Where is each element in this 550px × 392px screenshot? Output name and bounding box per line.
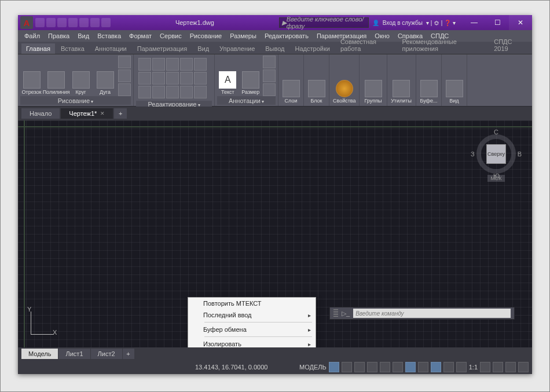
status-sc-icon[interactable] (456, 362, 467, 372)
ctx-item[interactable]: Повторить МТЕКСТ (188, 298, 316, 309)
tab-start[interactable]: Начало (21, 108, 60, 119)
status-iso-icon[interactable] (505, 362, 516, 372)
tab-model[interactable]: Модель (21, 349, 58, 359)
modify-icon[interactable] (138, 86, 151, 98)
menu-file[interactable]: Файл (20, 31, 44, 41)
command-line[interactable]: ▷_ (329, 307, 515, 320)
status-transp-icon[interactable] (431, 362, 441, 372)
draw-misc-icon[interactable] (118, 56, 131, 68)
qat-save-icon[interactable] (57, 18, 67, 27)
modify-icon[interactable] (194, 58, 207, 71)
menu-edit[interactable]: Правка (44, 31, 74, 41)
qat-plot-icon[interactable] (79, 18, 89, 27)
status-dyn-icon[interactable] (405, 362, 416, 372)
status-osnap-icon[interactable] (380, 362, 390, 372)
status-lwt-icon[interactable] (418, 362, 428, 372)
qat-undo-icon[interactable] (90, 18, 100, 27)
status-space[interactable]: МОДЕЛЬ (299, 364, 327, 371)
tool-properties[interactable]: Свойства (332, 56, 357, 105)
panel-annot-title[interactable]: Аннотации (229, 97, 264, 104)
status-scale[interactable]: 1:1 (469, 364, 478, 371)
drawing-canvas[interactable]: Y X С Ю В З Сверху МСК Повторить МТЕКСТП… (18, 120, 532, 347)
tab-drawing1[interactable]: Чертеж1*✕ (61, 108, 113, 119)
status-ortho-icon[interactable] (354, 362, 365, 372)
command-input[interactable] (353, 309, 511, 318)
annot-misc-icon[interactable] (263, 83, 276, 96)
tool-utilities[interactable]: Утилиты (390, 56, 413, 105)
draw-misc-icon[interactable] (118, 69, 131, 82)
menu-service[interactable]: Сервис (156, 31, 186, 41)
menu-view[interactable]: Вид (74, 31, 93, 41)
modify-icon[interactable] (180, 72, 193, 85)
add-layout-button[interactable]: + (123, 349, 134, 359)
ribtab-collab[interactable]: Совместная работа (336, 36, 397, 54)
help-search-input[interactable]: ▶ Введите ключевое слово/фразу (279, 17, 369, 28)
tool-circle[interactable]: Круг (69, 56, 92, 96)
annot-misc-icon[interactable] (263, 56, 276, 68)
panel-draw-title[interactable]: Рисование (58, 97, 94, 104)
modify-icon[interactable] (166, 86, 179, 98)
new-tab-button[interactable]: + (114, 108, 127, 119)
status-max-icon[interactable] (493, 362, 503, 372)
menu-modify[interactable]: Редактировать (261, 31, 313, 41)
ctx-item[interactable]: Последний ввод (188, 309, 316, 321)
tab-layout2[interactable]: Лист2 (91, 349, 122, 359)
minimize-button[interactable]: — (463, 15, 486, 30)
app-icon[interactable]: A (20, 16, 33, 29)
modify-icon[interactable] (166, 72, 179, 85)
tool-dimension[interactable]: Размер (240, 56, 262, 96)
modify-icon[interactable] (180, 58, 193, 71)
modify-icon[interactable] (194, 72, 207, 85)
status-gear-icon[interactable] (480, 362, 490, 372)
ribtab-addins[interactable]: Надстройки (291, 43, 335, 54)
close-tab-icon[interactable]: ✕ (100, 111, 105, 116)
modify-icon[interactable] (138, 72, 151, 85)
ctx-item[interactable]: Изолировать (188, 338, 316, 347)
viewcube[interactable]: С Ю В З Сверху МСК (473, 127, 519, 191)
tool-arc[interactable]: Дуга (94, 56, 116, 96)
cmdline-grip-icon[interactable] (333, 309, 338, 317)
status-qp-icon[interactable] (443, 362, 454, 372)
menu-draw[interactable]: Рисование (186, 31, 226, 41)
ribtab-output[interactable]: Вывод (261, 43, 289, 54)
qat-saveas-icon[interactable] (68, 18, 78, 27)
signin-link[interactable]: Вход в службы (383, 20, 423, 26)
ribtab-manage[interactable]: Управление (215, 43, 259, 54)
menu-dims[interactable]: Размеры (226, 31, 261, 41)
modify-icon[interactable] (152, 58, 165, 71)
tool-view[interactable]: Вид (444, 56, 464, 105)
user-icon[interactable]: 👤 (372, 20, 379, 26)
tool-text[interactable]: AТекст (217, 56, 239, 96)
modify-icon[interactable] (152, 86, 165, 98)
qat-redo-icon[interactable] (101, 18, 111, 27)
close-button[interactable]: ✕ (509, 15, 532, 30)
ribtab-view[interactable]: Вид (193, 43, 214, 54)
viewcube-top-face[interactable]: Сверху (486, 144, 506, 164)
ribtab-featured[interactable]: Рекомендованные приложения (398, 36, 489, 54)
modify-icon[interactable] (166, 58, 179, 71)
qat-open-icon[interactable] (46, 18, 56, 27)
status-polar-icon[interactable] (367, 362, 377, 372)
status-snap-icon[interactable] (342, 362, 352, 372)
maximize-button[interactable]: ☐ (486, 15, 509, 30)
ctx-item[interactable]: Буфер обмена (188, 324, 316, 335)
qat-new-icon[interactable] (35, 18, 45, 27)
ribtab-home[interactable]: Главная (21, 43, 55, 54)
tool-line[interactable]: Отрезок (20, 56, 43, 96)
ribtab-param[interactable]: Параметризация (133, 43, 192, 54)
draw-misc-icon[interactable] (118, 83, 131, 96)
status-clean-icon[interactable] (518, 362, 529, 372)
modify-icon[interactable] (138, 58, 151, 71)
tool-groups[interactable]: Группы (362, 56, 384, 105)
menu-insert[interactable]: Вставка (93, 31, 125, 41)
modify-icon[interactable] (152, 72, 165, 85)
tab-layout1[interactable]: Лист1 (58, 349, 90, 359)
status-otrack-icon[interactable] (393, 362, 403, 372)
menu-format[interactable]: Формат (125, 31, 156, 41)
tool-clipboard[interactable]: Буфе... (419, 56, 439, 105)
modify-icon[interactable] (194, 86, 207, 98)
annot-misc-icon[interactable] (263, 69, 276, 82)
modify-icon[interactable] (180, 86, 193, 98)
ribtab-annot[interactable]: Аннотации (90, 43, 131, 54)
ribtab-spds[interactable]: СПДС 2019 (489, 36, 529, 54)
